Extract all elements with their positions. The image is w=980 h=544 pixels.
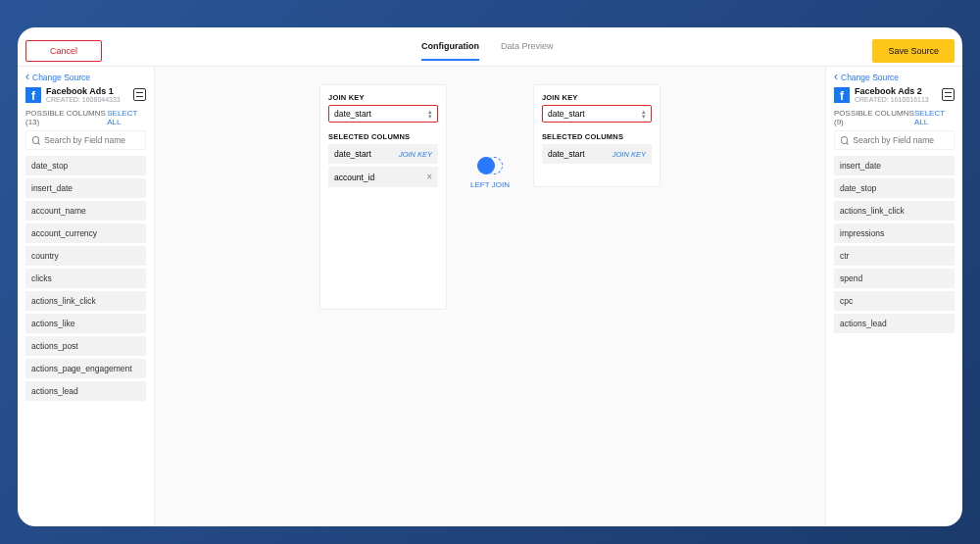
change-source-link-left[interactable]: Change Source [25, 73, 146, 82]
possible-columns-label: POSSIBLE COLUMNS (9) [834, 109, 914, 126]
app-window: Cancel Configuration Data Preview Save S… [18, 27, 962, 526]
copy-icon[interactable] [133, 88, 146, 101]
source-name: Facebook Ads 2 [855, 86, 937, 96]
column-item[interactable]: account_name [25, 201, 146, 221]
selected-columns-label: SELECTED COLUMNS [542, 132, 652, 141]
chevron-left-icon [25, 73, 29, 82]
column-item[interactable]: insert_date [25, 178, 146, 198]
selected-column-name: account_id [334, 173, 374, 182]
source-header-right: f Facebook Ads 2 CREATED: 1610016113 [834, 86, 955, 103]
join-type-control[interactable]: LEFT JOIN [470, 157, 510, 189]
column-list-left: date_stop insert_date account_name accou… [25, 156, 146, 401]
column-item[interactable]: actions_link_click [834, 201, 955, 221]
selected-column-row[interactable]: account_id × [328, 167, 438, 187]
join-key-select-left[interactable]: date_start ▴▾ [328, 105, 438, 123]
column-item[interactable]: actions_page_engagement [25, 359, 146, 378]
join-key-value: date_start [334, 109, 371, 119]
facebook-icon: f [834, 87, 850, 103]
column-item[interactable]: insert_date [834, 156, 955, 175]
body: Change Source f Facebook Ads 1 CREATED: … [18, 67, 962, 526]
search-field[interactable] [853, 135, 948, 145]
selected-column-row[interactable]: date_start JOIN KEY [542, 144, 652, 164]
tab-configuration[interactable]: Configuration [421, 41, 479, 61]
select-all-link-right[interactable]: SELECT ALL [914, 109, 955, 126]
join-card-left: JOIN KEY date_start ▴▾ SELECTED COLUMNS … [319, 84, 447, 310]
tab-data-preview[interactable]: Data Preview [501, 41, 554, 61]
column-item[interactable]: account_currency [25, 223, 146, 243]
column-item[interactable]: actions_like [25, 314, 146, 333]
join-key-value: date_start [548, 109, 585, 119]
search-input-left[interactable] [25, 130, 146, 150]
sort-icon: ▴▾ [642, 109, 646, 119]
join-key-tag: JOIN KEY [612, 150, 646, 159]
source-header-left: f Facebook Ads 1 CREATED: 1608044333 [25, 86, 146, 103]
column-item[interactable]: date_stop [834, 178, 955, 198]
search-icon [841, 136, 848, 144]
chevron-left-icon [834, 73, 838, 82]
join-card-right: JOIN KEY date_start ▴▾ SELECTED COLUMNS … [533, 84, 661, 187]
column-list-right: insert_date date_stop actions_link_click… [834, 156, 955, 333]
column-item[interactable]: impressions [834, 223, 955, 243]
column-item[interactable]: actions_link_click [25, 291, 146, 311]
save-source-button[interactable]: Save Source [872, 39, 955, 63]
change-source-link-right[interactable]: Change Source [834, 73, 955, 82]
select-all-link-left[interactable]: SELECT ALL [107, 109, 146, 126]
possible-columns-header-left: POSSIBLE COLUMNS (13) SELECT ALL [25, 109, 146, 126]
topbar: Cancel Configuration Data Preview Save S… [18, 27, 962, 67]
possible-columns-label: POSSIBLE COLUMNS (13) [25, 109, 107, 126]
change-source-label: Change Source [32, 73, 90, 82]
join-key-label: JOIN KEY [542, 93, 652, 102]
join-key-select-right[interactable]: date_start ▴▾ [542, 105, 652, 123]
venn-icon [477, 157, 503, 174]
search-icon [32, 136, 39, 144]
source-created: CREATED: 1610016113 [855, 96, 937, 103]
column-item[interactable]: country [25, 246, 146, 266]
change-source-label: Change Source [841, 73, 899, 82]
source-created: CREATED: 1608044333 [46, 96, 128, 103]
left-source-panel: Change Source f Facebook Ads 1 CREATED: … [18, 67, 155, 526]
join-type-label: LEFT JOIN [470, 180, 510, 189]
column-item[interactable]: ctr [834, 246, 955, 266]
right-source-panel: Change Source f Facebook Ads 2 CREATED: … [825, 67, 962, 526]
source-title-block: Facebook Ads 1 CREATED: 1608044333 [46, 86, 128, 103]
column-item[interactable]: actions_post [25, 336, 146, 356]
copy-icon[interactable] [942, 88, 955, 101]
search-field[interactable] [44, 135, 139, 145]
possible-columns-header-right: POSSIBLE COLUMNS (9) SELECT ALL [834, 109, 955, 126]
join-key-label: JOIN KEY [328, 93, 438, 102]
center-canvas: JOIN KEY date_start ▴▾ SELECTED COLUMNS … [155, 67, 825, 526]
column-item[interactable]: actions_lead [25, 381, 146, 401]
selected-column-name: date_start [548, 149, 585, 159]
facebook-icon: f [25, 87, 41, 103]
tabs: Configuration Data Preview [421, 41, 554, 61]
source-title-block: Facebook Ads 2 CREATED: 1610016113 [855, 86, 937, 103]
selected-column-name: date_start [334, 149, 371, 159]
selected-columns-label: SELECTED COLUMNS [328, 132, 438, 141]
search-input-right[interactable] [834, 130, 955, 150]
remove-column-icon[interactable]: × [426, 172, 432, 182]
column-item[interactable]: date_stop [25, 156, 146, 175]
column-item[interactable]: clicks [25, 269, 146, 288]
column-item[interactable]: actions_lead [834, 314, 955, 333]
join-key-tag: JOIN KEY [399, 150, 432, 159]
sort-icon: ▴▾ [428, 109, 432, 119]
selected-column-row[interactable]: date_start JOIN KEY [328, 144, 438, 164]
cancel-button[interactable]: Cancel [25, 40, 102, 62]
column-item[interactable]: spend [834, 269, 955, 288]
source-name: Facebook Ads 1 [46, 86, 128, 96]
column-item[interactable]: cpc [834, 291, 955, 311]
